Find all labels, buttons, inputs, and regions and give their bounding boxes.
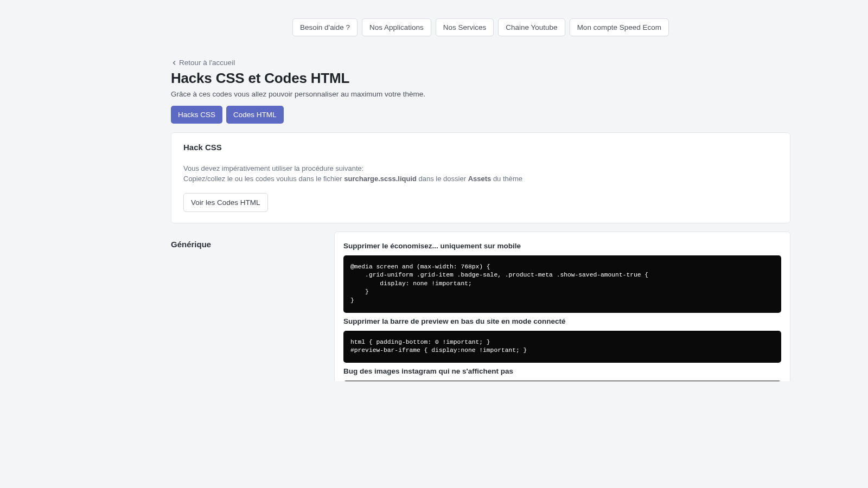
- nav-services-button[interactable]: Nos Services: [436, 18, 494, 36]
- top-nav: Besoin d'aide ? Nos Applications Nos Ser…: [171, 0, 790, 43]
- card-title: Hack CSS: [183, 143, 778, 152]
- nav-help-button[interactable]: Besoin d'aide ?: [292, 18, 358, 36]
- section-generic: Générique Supprimer le économisez... uni…: [171, 232, 790, 381]
- info-card: Hack CSS Vous devez impérativement utili…: [171, 132, 790, 223]
- nav-youtube-button[interactable]: Chaine Youtube: [498, 18, 565, 36]
- page-subtitle: Grâce à ces codes vous allez pouvoir per…: [171, 90, 790, 98]
- nav-account-button[interactable]: Mon compte Speed Ecom: [570, 18, 669, 36]
- snippet-title: Supprimer la barre de preview en bas du …: [343, 317, 781, 325]
- code-block[interactable]: html { padding-bottom: 0 !important; } #…: [343, 331, 781, 363]
- tab-hacks-css[interactable]: Hacks CSS: [171, 106, 222, 124]
- see-html-codes-button[interactable]: Voir les Codes HTML: [183, 193, 268, 212]
- tab-codes-html[interactable]: Codes HTML: [226, 106, 284, 124]
- back-link[interactable]: Retour à l'accueil: [171, 43, 790, 67]
- section-body: Supprimer le économisez... uniquement su…: [334, 232, 790, 381]
- tabs: Hacks CSS Codes HTML: [171, 106, 790, 124]
- section-label: Générique: [171, 232, 326, 381]
- page-title: Hacks CSS et Codes HTML: [171, 70, 790, 87]
- card-subtitle: Vous devez impérativement utiliser la pr…: [183, 164, 778, 184]
- nav-apps-button[interactable]: Nos Applications: [362, 18, 431, 36]
- code-block[interactable]: .home-instagram .owl-carousel { display:…: [343, 381, 781, 381]
- chevron-left-icon: [171, 60, 177, 66]
- code-block[interactable]: @media screen and (max-width: 768px) { .…: [343, 255, 781, 313]
- snippet-title: Bug des images instagram qui ne s'affich…: [343, 367, 781, 375]
- back-link-label: Retour à l'accueil: [179, 59, 235, 67]
- snippet-title: Supprimer le économisez... uniquement su…: [343, 242, 781, 250]
